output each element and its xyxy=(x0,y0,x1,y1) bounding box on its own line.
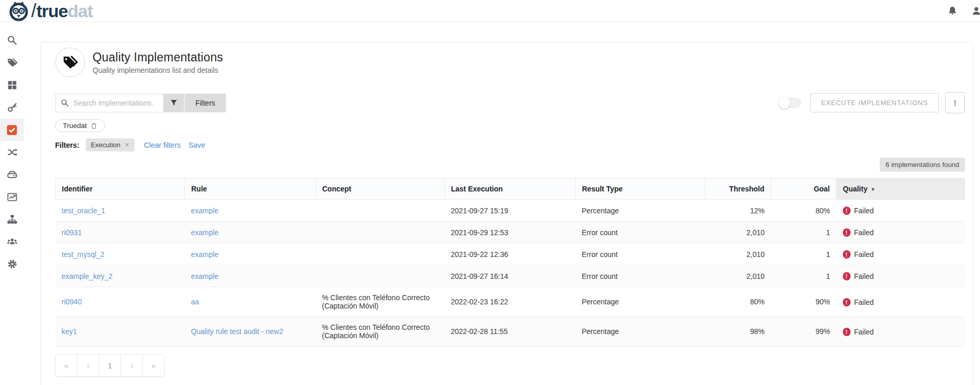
identifier-link[interactable]: test_oracle_1 xyxy=(62,207,105,215)
search-icon xyxy=(7,35,18,46)
threshold-cell: 2,010 xyxy=(705,222,771,243)
identifier-link[interactable]: example_key_2 xyxy=(62,272,113,280)
sidebar-item-analytics[interactable] xyxy=(0,186,24,208)
pagination-prev-button[interactable]: ‹ xyxy=(77,354,99,377)
bell-icon[interactable] xyxy=(947,5,958,17)
quality-status-badge: !Failed xyxy=(843,207,874,215)
column-header-quality[interactable]: Quality▼ xyxy=(837,178,965,200)
goal-cell: 90% xyxy=(771,287,837,317)
concept-cell xyxy=(316,200,445,222)
rule-link[interactable]: example xyxy=(191,207,219,215)
filter-funnel-button[interactable] xyxy=(163,94,184,112)
sidebar-item-structures[interactable] xyxy=(0,208,24,230)
pagination: « ‹ 1 › » xyxy=(55,354,165,377)
sidebar-item-dashboard[interactable] xyxy=(0,74,24,96)
pagination-first-button[interactable]: « xyxy=(55,354,77,377)
identifier-cell: ri0931 xyxy=(56,222,185,243)
pagination-page-1-button[interactable]: 1 xyxy=(99,354,121,377)
check-square-icon xyxy=(6,124,18,136)
rule-link[interactable]: example xyxy=(191,272,219,280)
result-type-cell: Error count xyxy=(576,222,705,243)
quality-cell: !Failed xyxy=(837,222,965,243)
execute-toggle[interactable] xyxy=(779,98,801,108)
quality-cell: !Failed xyxy=(837,265,965,287)
quality-status-badge: !Failed xyxy=(843,250,874,259)
sidebar-item-data-sources[interactable] xyxy=(0,163,24,186)
last-execution-cell: 2021-09-29 12:53 xyxy=(445,222,576,243)
exclamation-circle-icon: ! xyxy=(843,207,851,215)
column-header-last-execution[interactable]: Last Execution xyxy=(445,178,576,200)
remove-filter-icon[interactable]: ✕ xyxy=(125,142,129,148)
goal-cell: 1 xyxy=(771,222,837,243)
sidebar-item-lineage[interactable] xyxy=(0,141,24,163)
search-box xyxy=(55,94,163,112)
results-count-badge: 6 implementations found xyxy=(880,158,965,172)
tags-icon xyxy=(7,57,18,68)
quality-cell: !Failed xyxy=(837,243,965,265)
grid-icon xyxy=(7,80,18,91)
last-execution-cell: 2021-09-22 12:36 xyxy=(445,243,576,265)
column-header-concept[interactable]: Concept xyxy=(316,178,445,200)
sidebar-item-search[interactable] xyxy=(0,29,24,52)
more-options-button[interactable] xyxy=(945,92,965,113)
table-row: ri0940aa% Clientes con Teléfono Correcto… xyxy=(56,287,965,317)
identifier-link[interactable]: ri0931 xyxy=(62,228,82,237)
concept-cell xyxy=(316,243,445,265)
logo-true: true xyxy=(36,1,68,21)
truedat-logo[interactable]: /truedat xyxy=(7,0,92,22)
quality-cell: !Failed xyxy=(837,287,965,317)
sidebar-item-settings[interactable] xyxy=(0,253,24,275)
sitemap-icon xyxy=(7,214,18,225)
save-filters-link[interactable]: Save xyxy=(189,141,205,149)
identifier-link[interactable]: ri0940 xyxy=(62,298,82,306)
scope-chip-row: Truedat xyxy=(55,119,965,132)
sidebar-item-users[interactable] xyxy=(0,230,24,253)
quality-cell: !Failed xyxy=(837,200,965,222)
concept-cell: % Clientes con Teléfono Correcto (Captac… xyxy=(316,287,445,317)
quality-status-badge: !Failed xyxy=(843,298,874,306)
result-type-cell: Error count xyxy=(576,265,705,287)
column-header-threshold[interactable]: Threshold xyxy=(705,178,771,200)
search-input[interactable] xyxy=(73,99,159,107)
threshold-cell: 12% xyxy=(705,200,771,222)
pagination-next-button[interactable]: › xyxy=(121,354,143,377)
identifier-cell: test_oracle_1 xyxy=(56,200,185,222)
toggle-knob xyxy=(778,97,790,109)
sidebar-item-permissions[interactable] xyxy=(0,96,24,119)
main-content: Quality Implementations Quality implemen… xyxy=(24,22,980,385)
result-type-cell: Percentage xyxy=(576,317,705,346)
rule-link[interactable]: aa xyxy=(191,298,200,306)
filters-label: Filters: xyxy=(55,141,80,149)
results-count-row: 6 implementations found xyxy=(55,158,965,172)
column-header-goal[interactable]: Goal xyxy=(771,178,837,200)
exclamation-circle-icon: ! xyxy=(843,272,851,280)
last-execution-cell: 2021-09-27 15:19 xyxy=(445,200,576,222)
concept-cell xyxy=(316,222,445,243)
identifier-link[interactable]: test_mysql_2 xyxy=(62,250,104,259)
identifier-cell: key1 xyxy=(56,317,185,346)
pagination-last-button[interactable]: » xyxy=(142,354,165,377)
quality-status-label: Failed xyxy=(854,272,874,280)
quality-status-label: Failed xyxy=(854,328,874,336)
result-type-cell: Percentage xyxy=(576,200,705,222)
rule-link[interactable]: Quality rule test audit - new2 xyxy=(191,327,283,336)
filter-chip-execution: Execution ✕ xyxy=(86,138,135,151)
table-row: test_mysql_2example2021-09-22 12:36Error… xyxy=(56,243,965,265)
user-icon[interactable] xyxy=(971,5,980,17)
filters-button[interactable]: Filters xyxy=(184,94,226,112)
sidebar-item-quality[interactable] xyxy=(0,119,24,141)
execute-implementations-button[interactable]: EXECUTE IMPLEMENTATIONS xyxy=(810,93,939,112)
rule-link[interactable]: example xyxy=(191,250,219,259)
identifier-cell: test_mysql_2 xyxy=(56,243,185,265)
column-header-identifier[interactable]: Identifier xyxy=(56,178,185,200)
rule-link[interactable]: example xyxy=(191,228,219,237)
filter-chip-label: Execution xyxy=(91,141,121,149)
clear-filters-link[interactable]: Clear filters xyxy=(144,141,181,149)
logo-dat: dat xyxy=(68,1,92,21)
sidebar-item-tags[interactable] xyxy=(0,52,24,74)
table-body: test_oracle_1example2021-09-27 15:19Perc… xyxy=(56,200,965,346)
column-header-result-type[interactable]: Result Type xyxy=(576,178,705,200)
trash-icon[interactable] xyxy=(90,122,97,130)
identifier-link[interactable]: key1 xyxy=(62,327,77,336)
column-header-rule[interactable]: Rule xyxy=(185,178,316,200)
